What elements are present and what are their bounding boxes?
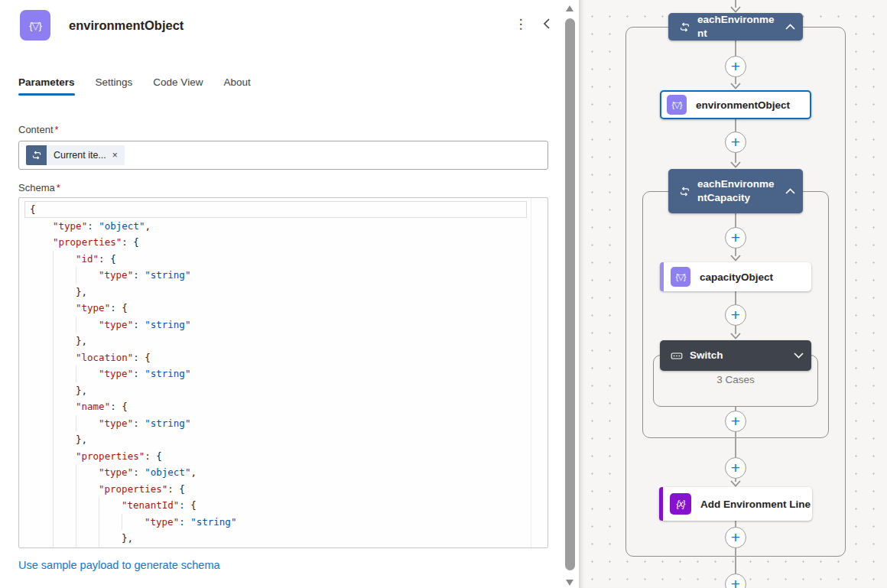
panel-tabs: Parameters Settings Code View About: [18, 76, 251, 96]
current-item-token[interactable]: Current ite... ×: [26, 145, 125, 165]
tab-about[interactable]: About: [223, 76, 250, 96]
code-line: "type": "string": [30, 365, 547, 382]
content-field-label: Content*: [18, 124, 59, 135]
node-capacity-object[interactable]: {▽} capacityObject: [660, 262, 811, 291]
code-line: "properties": {: [30, 234, 547, 251]
panel-title: environmentObject: [69, 10, 184, 41]
chevron-left-icon: [543, 18, 551, 30]
chevron-down-icon: [794, 352, 804, 359]
editor-scrollbar-gutter: [531, 198, 531, 547]
scrollbar-thumb[interactable]: [565, 18, 575, 570]
token-text: Current ite...: [54, 150, 106, 161]
connector-accent-bar: [659, 487, 663, 521]
connector-line: [735, 548, 736, 573]
app-root: {▽} environmentObject ⋮ Parameters Setti…: [0, 0, 887, 588]
node-each-environment[interactable]: eachEnvironment: [668, 13, 803, 41]
collapse-node-button[interactable]: [785, 24, 795, 30]
use-sample-payload-link[interactable]: Use sample payload to generate schema: [18, 559, 220, 571]
insert-step-button[interactable]: +: [725, 411, 746, 432]
connector-line: [735, 41, 736, 56]
parse-json-icon: {▽}: [20, 10, 50, 41]
arrow-down-icon: [730, 255, 741, 262]
switch-cases-count: 3 Cases: [653, 374, 818, 385]
connector-line: [735, 213, 736, 227]
schema-code-editor[interactable]: {"type": "object","properties": {"id": {…: [18, 197, 548, 548]
more-options-button[interactable]: ⋮: [511, 14, 531, 34]
insert-step-button[interactable]: +: [725, 573, 746, 588]
insert-step-button[interactable]: +: [725, 457, 746, 479]
required-asterisk: *: [57, 182, 60, 193]
node-label: Add Environment Line: [700, 499, 811, 510]
expand-node-button[interactable]: [794, 352, 804, 359]
chevron-up-icon: [785, 188, 795, 194]
code-line: "properties": {: [30, 481, 547, 498]
panel-scrollbar[interactable]: [561, 0, 579, 588]
node-switch[interactable]: Switch: [660, 340, 811, 371]
token-body: Current ite... ×: [47, 145, 125, 165]
switch-icon: [671, 350, 683, 362]
node-label: capacityObject: [700, 271, 773, 283]
code-line: "location": {: [30, 349, 547, 366]
parse-json-icon: {▽}: [671, 267, 690, 287]
node-label: Switch: [690, 349, 787, 362]
node-label: environmentObject: [696, 99, 790, 111]
code-line: "type": "string": [30, 317, 547, 333]
code-line: },: [30, 431, 547, 448]
code-line: "type": "object",: [30, 218, 547, 235]
code-line: "type": "object",: [30, 464, 547, 481]
content-input[interactable]: Current ite... ×: [18, 141, 548, 170]
connector-line: [735, 291, 736, 304]
code-line: "properties": {: [30, 448, 547, 465]
scrollbar-down-arrow[interactable]: [566, 580, 573, 586]
node-label: eachEnvironment: [697, 13, 778, 41]
connector-line: [735, 432, 736, 457]
arrow-down-icon: [730, 333, 741, 339]
code-line: "type": "string": [30, 267, 547, 284]
action-details-panel: {▽} environmentObject ⋮ Parameters Setti…: [0, 0, 579, 588]
remove-token-button[interactable]: ×: [112, 150, 118, 161]
tab-code-view[interactable]: Code View: [153, 76, 203, 96]
parse-json-icon: {▽}: [667, 95, 687, 115]
loop-icon: [679, 186, 690, 197]
connector-line: [735, 119, 736, 132]
required-asterisk: *: [55, 124, 59, 135]
loop-icon: [679, 21, 690, 33]
code-line: "type": "string": [30, 415, 547, 432]
node-each-environment-capacity[interactable]: eachEnvironmentCapacity: [668, 169, 803, 213]
arrow-down-icon: [730, 6, 741, 13]
node-environment-object[interactable]: {▽} environmentObject: [660, 90, 811, 119]
schema-field-label: Schema*: [18, 182, 60, 193]
code-line: "type": {: [30, 300, 547, 317]
insert-step-button[interactable]: +: [725, 132, 746, 153]
insert-step-button[interactable]: +: [725, 227, 746, 249]
variables-icon: {x}: [670, 493, 691, 515]
arrow-down-icon: [730, 480, 741, 487]
connector-accent-bar: [660, 262, 664, 291]
panel-header: {▽} environmentObject ⋮: [0, 0, 579, 50]
tab-settings[interactable]: Settings: [96, 76, 133, 96]
code-line: },: [30, 284, 547, 300]
collapse-panel-button[interactable]: [537, 14, 557, 34]
collapse-node-button[interactable]: [785, 188, 795, 194]
code-line: },: [30, 530, 547, 547]
loop-icon: [26, 145, 47, 165]
node-add-environment-line[interactable]: {x} Add Environment Line: [659, 487, 812, 521]
code-line: },: [30, 333, 547, 349]
code-line: },: [30, 382, 547, 399]
code-line: "tenantId": {: [30, 497, 547, 514]
code-line: "type": "string": [30, 514, 547, 531]
arrow-down-icon: [730, 161, 741, 168]
insert-step-button[interactable]: +: [725, 304, 746, 326]
code-line: "name": {: [30, 398, 547, 415]
arrow-down-icon: [730, 83, 741, 89]
tab-parameters[interactable]: Parameters: [18, 76, 75, 96]
insert-step-button[interactable]: +: [725, 56, 746, 77]
node-label: eachEnvironmentCapacity: [697, 177, 778, 205]
code-line: "id": {: [30, 251, 547, 268]
flow-canvas[interactable]: eachEnvironment + + + + + + + + {▽} envi…: [579, 0, 887, 588]
connector-line: [735, 521, 736, 527]
chevron-up-icon: [785, 24, 795, 30]
code-line: {: [24, 201, 527, 218]
insert-step-button[interactable]: +: [725, 527, 746, 548]
scrollbar-up-arrow[interactable]: [566, 5, 573, 11]
